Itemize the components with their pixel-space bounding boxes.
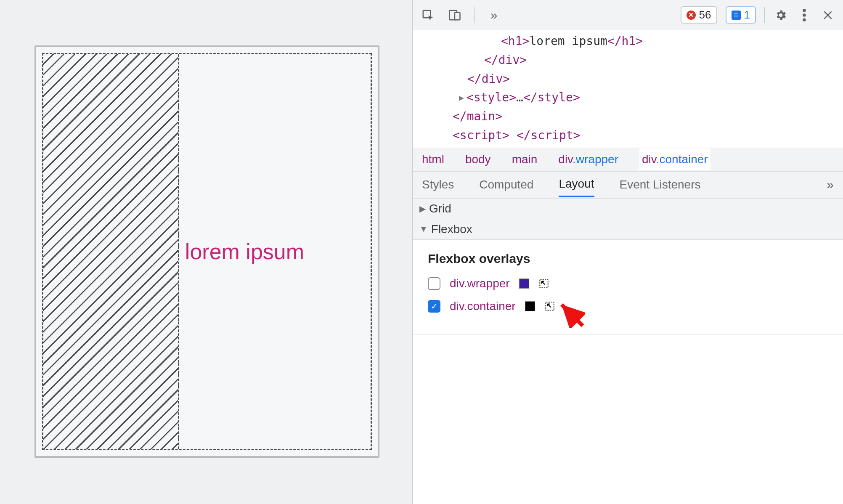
preview-heading: lorem ipsum (185, 239, 304, 264)
sidebar-tabs: Styles Computed Layout Event Listeners » (413, 172, 843, 199)
src-line: <h1>lorem ipsum</h1> (413, 32, 843, 51)
src-line: </div> (413, 70, 843, 89)
tab-styles[interactable]: Styles (422, 173, 454, 196)
more-tabs-icon[interactable]: » (827, 178, 834, 192)
flexbox-overlay-row: div.wrapper (428, 277, 828, 290)
src-line: ▶<style>…</style> (413, 88, 843, 107)
flex-item: lorem ipsum (179, 54, 371, 449)
reveal-element-icon[interactable] (538, 278, 549, 289)
expand-caret-icon[interactable]: ▶ (459, 91, 464, 104)
flexbox-overlays-title: Flexbox overlays (428, 252, 828, 266)
settings-icon[interactable] (773, 8, 788, 23)
section-grid-header[interactable]: ▶ Grid (413, 199, 843, 219)
section-flexbox-header[interactable]: ▼ Flexbox (413, 219, 843, 240)
inspect-element-icon[interactable] (420, 8, 435, 23)
color-swatch[interactable] (519, 279, 529, 289)
breadcrumb: html body main div.wrapper div.container (413, 148, 843, 172)
message-count: 1 (744, 8, 750, 21)
expand-caret-icon: ▶ (419, 204, 426, 214)
message-icon: ≡ (732, 11, 741, 20)
page-preview: lorem ipsum (0, 0, 412, 504)
overlay-checkbox[interactable] (428, 277, 440, 290)
overlay-checkbox[interactable]: ✓ (428, 300, 440, 313)
color-swatch[interactable] (525, 301, 535, 311)
overlay-selector[interactable]: div.container (450, 300, 516, 313)
overlay-selector[interactable]: div.wrapper (450, 277, 510, 290)
breadcrumb-item[interactable]: html (422, 153, 444, 166)
svg-point-3 (803, 9, 806, 12)
section-flexbox-label: Flexbox (431, 223, 472, 236)
message-count-badge[interactable]: ≡ 1 (726, 6, 756, 24)
svg-point-5 (803, 18, 806, 21)
devtools-panel: » ✕ 56 ≡ 1 (412, 0, 843, 504)
close-icon[interactable] (820, 8, 835, 23)
breadcrumb-item[interactable]: div.wrapper (558, 153, 618, 166)
tab-event-listeners[interactable]: Event Listeners (620, 173, 701, 196)
breadcrumb-item[interactable]: main (512, 153, 538, 166)
svg-point-4 (803, 13, 806, 17)
error-icon: ✕ (687, 11, 696, 20)
tab-layout[interactable]: Layout (559, 172, 594, 197)
flexbox-panel: Flexbox overlays div.wrapper ✓ div.conta… (413, 240, 843, 334)
error-count-badge[interactable]: ✕ 56 (681, 6, 717, 24)
section-grid-label: Grid (429, 202, 451, 215)
src-line: <script> </script> (413, 126, 843, 145)
flex-empty-space-hatch (43, 54, 179, 449)
src-line: </main> (413, 107, 843, 126)
reveal-element-icon[interactable] (544, 301, 555, 312)
breadcrumb-item[interactable]: body (465, 153, 491, 166)
devtools-toolbar: » ✕ 56 ≡ 1 (413, 0, 843, 30)
preview-box: lorem ipsum (34, 45, 379, 458)
tab-computed[interactable]: Computed (479, 173, 533, 196)
flex-overlay-outline: lorem ipsum (42, 53, 372, 450)
device-toolbar-icon[interactable] (447, 8, 462, 23)
collapse-caret-icon: ▼ (419, 224, 428, 234)
elements-source[interactable]: <h1>lorem ipsum</h1> </div> </div> ▶<sty… (413, 30, 843, 148)
kebab-menu-icon[interactable] (797, 8, 812, 23)
flexbox-overlay-row: ✓ div.container (428, 300, 828, 313)
svg-rect-2 (455, 12, 460, 20)
more-tabs-icon[interactable]: » (486, 8, 501, 23)
error-count: 56 (699, 8, 711, 21)
src-line: </div> (413, 51, 843, 70)
breadcrumb-item-selected[interactable]: div.container (639, 149, 710, 170)
